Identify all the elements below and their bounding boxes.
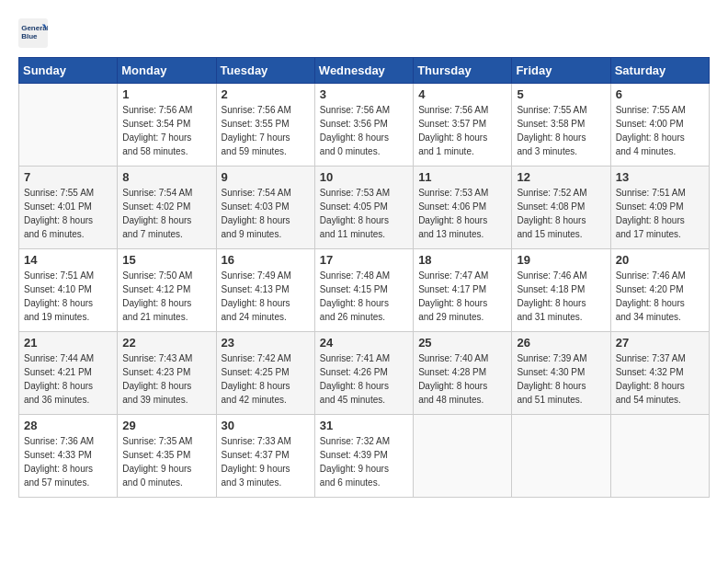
- calendar-cell: 24Sunrise: 7:41 AM Sunset: 4:26 PM Dayli…: [314, 332, 413, 415]
- day-number: 25: [418, 336, 506, 350]
- day-number: 9: [222, 170, 310, 184]
- day-number: 7: [24, 170, 112, 184]
- day-number: 27: [616, 336, 704, 350]
- column-header-wednesday: Wednesday: [314, 58, 413, 84]
- day-number: 15: [122, 253, 210, 267]
- column-header-tuesday: Tuesday: [216, 58, 314, 84]
- calendar-cell: 31Sunrise: 7:32 AM Sunset: 4:39 PM Dayli…: [314, 415, 413, 498]
- day-number: 1: [122, 87, 210, 101]
- day-info: Sunrise: 7:53 AM Sunset: 4:06 PM Dayligh…: [418, 186, 506, 241]
- calendar-week-4: 21Sunrise: 7:44 AM Sunset: 4:21 PM Dayli…: [19, 332, 710, 415]
- calendar-cell: 26Sunrise: 7:39 AM Sunset: 4:30 PM Dayli…: [512, 332, 610, 415]
- day-info: Sunrise: 7:56 AM Sunset: 3:55 PM Dayligh…: [222, 103, 310, 158]
- day-info: Sunrise: 7:50 AM Sunset: 4:12 PM Dayligh…: [122, 269, 210, 324]
- day-number: 19: [517, 253, 605, 267]
- day-number: 3: [320, 87, 408, 101]
- day-info: Sunrise: 7:35 AM Sunset: 4:35 PM Dayligh…: [122, 434, 210, 489]
- day-number: 5: [517, 87, 605, 101]
- day-info: Sunrise: 7:47 AM Sunset: 4:17 PM Dayligh…: [418, 269, 506, 324]
- logo: General Blue: [18, 18, 51, 48]
- day-info: Sunrise: 7:54 AM Sunset: 4:02 PM Dayligh…: [122, 186, 210, 241]
- day-info: Sunrise: 7:44 AM Sunset: 4:21 PM Dayligh…: [24, 351, 112, 407]
- day-number: 28: [24, 419, 112, 432]
- calendar-cell: 29Sunrise: 7:35 AM Sunset: 4:35 PM Dayli…: [118, 415, 216, 498]
- day-number: 31: [320, 419, 408, 432]
- column-header-thursday: Thursday: [414, 58, 512, 84]
- calendar-cell: 16Sunrise: 7:49 AM Sunset: 4:13 PM Dayli…: [216, 249, 314, 332]
- day-info: Sunrise: 7:43 AM Sunset: 4:23 PM Dayligh…: [122, 351, 210, 407]
- day-info: Sunrise: 7:36 AM Sunset: 4:33 PM Dayligh…: [24, 434, 112, 489]
- calendar-week-3: 14Sunrise: 7:51 AM Sunset: 4:10 PM Dayli…: [19, 249, 710, 332]
- day-info: Sunrise: 7:56 AM Sunset: 3:56 PM Dayligh…: [320, 103, 408, 158]
- day-number: 8: [122, 170, 210, 184]
- calendar-cell: 6Sunrise: 7:55 AM Sunset: 4:00 PM Daylig…: [610, 84, 709, 167]
- day-number: 26: [517, 336, 605, 350]
- day-info: Sunrise: 7:48 AM Sunset: 4:15 PM Dayligh…: [320, 269, 408, 324]
- column-header-monday: Monday: [118, 58, 216, 84]
- day-info: Sunrise: 7:40 AM Sunset: 4:28 PM Dayligh…: [418, 351, 506, 407]
- header-row: SundayMondayTuesdayWednesdayThursdayFrid…: [19, 58, 710, 84]
- calendar-cell: 22Sunrise: 7:43 AM Sunset: 4:23 PM Dayli…: [118, 332, 216, 415]
- calendar-cell: 4Sunrise: 7:56 AM Sunset: 3:57 PM Daylig…: [414, 84, 512, 167]
- day-info: Sunrise: 7:33 AM Sunset: 4:37 PM Dayligh…: [222, 434, 310, 489]
- day-info: Sunrise: 7:49 AM Sunset: 4:13 PM Dayligh…: [222, 269, 310, 324]
- calendar-cell: [414, 415, 512, 498]
- calendar-table: SundayMondayTuesdayWednesdayThursdayFrid…: [18, 57, 710, 498]
- day-number: 29: [122, 419, 210, 432]
- calendar-cell: 10Sunrise: 7:53 AM Sunset: 4:05 PM Dayli…: [314, 167, 413, 249]
- calendar-week-5: 28Sunrise: 7:36 AM Sunset: 4:33 PM Dayli…: [19, 415, 710, 498]
- day-info: Sunrise: 7:37 AM Sunset: 4:32 PM Dayligh…: [616, 351, 704, 407]
- calendar-cell: [610, 415, 709, 498]
- calendar-cell: 25Sunrise: 7:40 AM Sunset: 4:28 PM Dayli…: [414, 332, 512, 415]
- calendar-cell: 19Sunrise: 7:46 AM Sunset: 4:18 PM Dayli…: [512, 249, 610, 332]
- day-info: Sunrise: 7:32 AM Sunset: 4:39 PM Dayligh…: [320, 434, 408, 489]
- day-number: 10: [320, 170, 408, 184]
- calendar-week-2: 7Sunrise: 7:55 AM Sunset: 4:01 PM Daylig…: [19, 167, 710, 249]
- day-number: 12: [517, 170, 605, 184]
- day-info: Sunrise: 7:55 AM Sunset: 4:00 PM Dayligh…: [616, 103, 704, 158]
- day-number: 2: [222, 87, 310, 101]
- calendar-cell: 17Sunrise: 7:48 AM Sunset: 4:15 PM Dayli…: [314, 249, 413, 332]
- calendar-cell: [512, 415, 610, 498]
- day-info: Sunrise: 7:56 AM Sunset: 3:54 PM Dayligh…: [122, 103, 210, 158]
- day-number: 11: [418, 170, 506, 184]
- day-number: 14: [24, 253, 112, 267]
- logo-icon: General Blue: [18, 18, 48, 48]
- day-info: Sunrise: 7:53 AM Sunset: 4:05 PM Dayligh…: [320, 186, 408, 241]
- day-info: Sunrise: 7:51 AM Sunset: 4:09 PM Dayligh…: [616, 186, 704, 241]
- calendar-cell: 13Sunrise: 7:51 AM Sunset: 4:09 PM Dayli…: [610, 167, 709, 249]
- day-info: Sunrise: 7:39 AM Sunset: 4:30 PM Dayligh…: [517, 351, 605, 407]
- day-number: 4: [418, 87, 506, 101]
- day-info: Sunrise: 7:56 AM Sunset: 3:57 PM Dayligh…: [418, 103, 506, 158]
- day-number: 18: [418, 253, 506, 267]
- column-header-saturday: Saturday: [610, 58, 709, 84]
- calendar-cell: 8Sunrise: 7:54 AM Sunset: 4:02 PM Daylig…: [118, 167, 216, 249]
- day-number: 16: [222, 253, 310, 267]
- calendar-cell: 21Sunrise: 7:44 AM Sunset: 4:21 PM Dayli…: [19, 332, 118, 415]
- calendar-cell: 15Sunrise: 7:50 AM Sunset: 4:12 PM Dayli…: [118, 249, 216, 332]
- day-number: 24: [320, 336, 408, 350]
- calendar-cell: 20Sunrise: 7:46 AM Sunset: 4:20 PM Dayli…: [610, 249, 709, 332]
- calendar-cell: 5Sunrise: 7:55 AM Sunset: 3:58 PM Daylig…: [512, 84, 610, 167]
- calendar-cell: 18Sunrise: 7:47 AM Sunset: 4:17 PM Dayli…: [414, 249, 512, 332]
- day-number: 22: [122, 336, 210, 350]
- calendar-cell: 3Sunrise: 7:56 AM Sunset: 3:56 PM Daylig…: [314, 84, 413, 167]
- day-info: Sunrise: 7:52 AM Sunset: 4:08 PM Dayligh…: [517, 186, 605, 241]
- calendar-week-1: 1Sunrise: 7:56 AM Sunset: 3:54 PM Daylig…: [19, 84, 710, 167]
- column-header-sunday: Sunday: [19, 58, 118, 84]
- day-number: 20: [616, 253, 704, 267]
- calendar-cell: 11Sunrise: 7:53 AM Sunset: 4:06 PM Dayli…: [414, 167, 512, 249]
- calendar-cell: 23Sunrise: 7:42 AM Sunset: 4:25 PM Dayli…: [216, 332, 314, 415]
- page-header: General Blue: [18, 18, 710, 48]
- day-number: 23: [222, 336, 310, 350]
- day-number: 30: [222, 419, 310, 432]
- calendar-cell: [19, 84, 118, 167]
- calendar-cell: 12Sunrise: 7:52 AM Sunset: 4:08 PM Dayli…: [512, 167, 610, 249]
- day-info: Sunrise: 7:55 AM Sunset: 4:01 PM Dayligh…: [24, 186, 112, 241]
- day-number: 21: [24, 336, 112, 350]
- calendar-cell: 2Sunrise: 7:56 AM Sunset: 3:55 PM Daylig…: [216, 84, 314, 167]
- calendar-cell: 27Sunrise: 7:37 AM Sunset: 4:32 PM Dayli…: [610, 332, 709, 415]
- day-number: 13: [616, 170, 704, 184]
- day-info: Sunrise: 7:46 AM Sunset: 4:18 PM Dayligh…: [517, 269, 605, 324]
- day-info: Sunrise: 7:51 AM Sunset: 4:10 PM Dayligh…: [24, 269, 112, 324]
